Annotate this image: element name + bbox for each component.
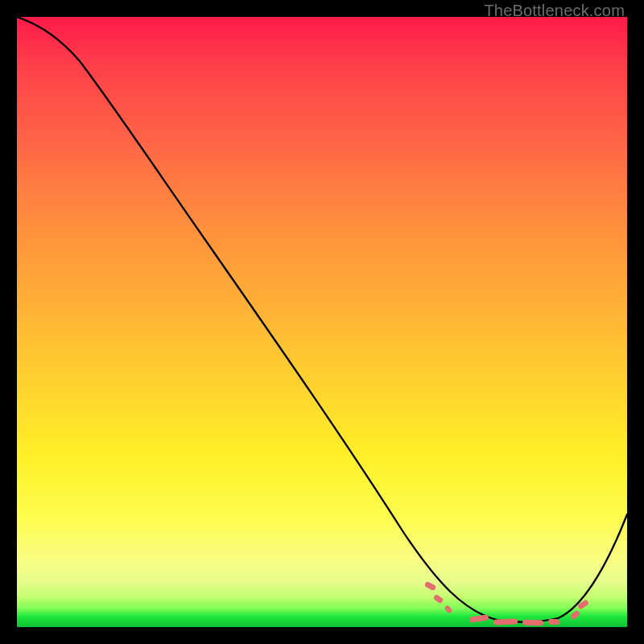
- dotted-marker: [493, 618, 518, 625]
- watermark-text: TheBottleneck.com: [484, 2, 625, 20]
- chart-frame: TheBottleneck.com: [0, 0, 644, 644]
- dotted-marker: [522, 620, 543, 625]
- plot-area: [17, 17, 627, 627]
- bottleneck-curve: [17, 17, 627, 627]
- dotted-marker: [548, 618, 560, 625]
